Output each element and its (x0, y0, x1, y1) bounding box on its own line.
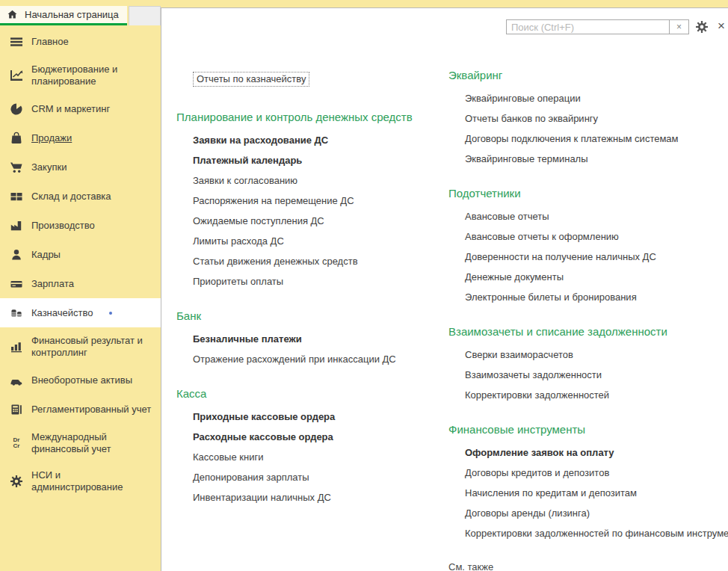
sidebar-item-ifrs[interactable]: DrCr Международный финансовый учет (0, 424, 161, 462)
link-item[interactable]: Лимиты расхода ДС (193, 236, 445, 247)
search-clear-button[interactable]: × (670, 19, 689, 34)
tab-stub[interactable] (129, 6, 161, 25)
link-item[interactable]: Депонирования зарплаты (193, 472, 445, 483)
link-item[interactable]: Ожидаемые поступления ДС (193, 216, 445, 226)
sidebar: Главное Бюджетирование и планирование CR… (0, 27, 161, 571)
drcr-icon: DrCr (9, 436, 24, 451)
link-item[interactable]: Оформление заявок на оплату (465, 448, 728, 458)
payroll-card-icon (9, 277, 24, 291)
link-item[interactable]: Электронные билеты и бронирования (465, 292, 728, 303)
link-item[interactable]: Корректировки задолженностей (465, 390, 728, 401)
link-item[interactable]: Инвентаризации наличных ДС (193, 493, 445, 503)
factory-icon (9, 218, 24, 233)
search-input[interactable] (506, 19, 670, 34)
link-item[interactable]: Взаимозачеты задолженности (465, 370, 728, 380)
link-item[interactable]: Отражение расхождений при инкассации ДС (193, 354, 445, 365)
link-item[interactable]: Доверенности на получение наличных ДС (465, 252, 728, 262)
sidebar-item-payroll[interactable]: Зарплата (0, 269, 161, 298)
sidebar-item-purchases[interactable]: Закупки (0, 152, 161, 182)
tab-home[interactable]: Начальная страница (0, 6, 127, 25)
section-header-accountable-persons[interactable]: Подотчетники (448, 187, 728, 200)
settings-gear-icon[interactable] (695, 20, 709, 34)
link-item[interactable]: Приходные кассовые ордера (193, 412, 445, 422)
sidebar-item-finresult[interactable]: Финансовый результат и контроллинг (0, 327, 161, 365)
link-item[interactable]: Договоры кредитов и депозитов (465, 468, 728, 478)
sidebar-item-hr[interactable]: Кадры (0, 240, 161, 269)
section-header-planning[interactable]: Планирование и контроль денежных средств (176, 111, 445, 123)
sidebar-item-master-data[interactable]: НСИ и администрирование (0, 462, 161, 500)
sidebar-item-budgeting[interactable]: Бюджетирование и планирование (0, 56, 161, 94)
link-item[interactable]: Распоряжения на перемещение ДС (193, 196, 445, 206)
link-item[interactable]: Статьи движения денежных средств (193, 256, 445, 267)
link-item[interactable]: Авансовые отчеты к оформлению (465, 232, 728, 242)
link-item[interactable]: Заявки к согласованию (193, 176, 445, 186)
content-column-right: Эквайринг Эквайринговые операции Отчеты … (448, 69, 728, 571)
gear-icon (9, 474, 24, 489)
car-icon (9, 373, 24, 388)
link-item[interactable]: Эквайринговые операции (465, 93, 728, 104)
sidebar-item-noncurrent-assets[interactable]: Внеоборотные активы (0, 365, 161, 395)
coins-icon (9, 306, 24, 321)
section-header-acquiring[interactable]: Эквайринг (448, 69, 728, 81)
link-item[interactable]: Начисления по кредитам и депозитам (465, 488, 728, 499)
person-icon (9, 247, 24, 262)
tab-home-label: Начальная страница (25, 9, 119, 20)
section-header-offsets[interactable]: Взаимозачеты и списание задолженности (448, 325, 728, 338)
link-item[interactable]: Расходные кассовые ордера (193, 432, 445, 442)
close-icon[interactable]: × (715, 18, 727, 34)
sidebar-item-regulated-accounting[interactable]: Регламентированный учет (0, 395, 161, 424)
content-column-left: Отчеты по казначейству Планирование и ко… (176, 72, 445, 513)
sidebar-item-warehouse[interactable]: Склад и доставка (0, 182, 161, 211)
link-item[interactable]: Заявки на расходование ДС (193, 135, 445, 146)
link-item[interactable]: Договоры подключения к платежным система… (465, 134, 728, 144)
sidebar-item-sales[interactable]: Продажи (0, 123, 161, 152)
home-icon (7, 9, 18, 20)
link-item[interactable]: Безналичные платежи (193, 334, 445, 345)
see-also-link[interactable]: См. также (448, 561, 728, 571)
cart-icon (9, 160, 24, 175)
treasury-reports-link[interactable]: Отчеты по казначейству (193, 72, 309, 87)
link-item[interactable]: Денежные документы (465, 272, 728, 283)
shopping-bag-icon (9, 131, 24, 146)
link-item[interactable]: Отчеты банков по эквайрингу (465, 114, 728, 124)
link-item[interactable]: Приоритеты оплаты (193, 277, 445, 287)
bar-chart-icon (9, 339, 24, 354)
sidebar-item-crm[interactable]: CRM и маркетинг (0, 94, 161, 123)
search-area: × (506, 19, 689, 34)
sidebar-item-treasury[interactable]: Казначейство (0, 298, 161, 327)
planning-chart-icon (9, 68, 24, 83)
warehouse-icon (9, 189, 24, 204)
section-header-financial-instruments[interactable]: Финансовые инструменты (448, 423, 728, 436)
section-header-cash[interactable]: Касса (176, 387, 445, 400)
link-item[interactable]: Сверки взаиморасчетов (465, 350, 728, 360)
section-header-bank[interactable]: Банк (176, 309, 445, 322)
sidebar-item-main[interactable]: Главное (0, 27, 161, 56)
sidebar-item-production[interactable]: Производство (0, 211, 161, 240)
link-item[interactable]: Эквайринговые терминалы (465, 154, 728, 164)
link-item[interactable]: Кассовые книги (193, 452, 445, 463)
link-item[interactable]: Платежный календарь (193, 155, 445, 166)
pie-chart-icon (9, 102, 24, 117)
reports-row: Отчеты по казначейству (176, 72, 445, 87)
menu-icon (9, 34, 24, 49)
treasury-marker-dot (109, 312, 112, 315)
link-item[interactable]: Авансовые отчеты (465, 212, 728, 222)
link-item[interactable]: Договоры аренды (лизинга) (465, 508, 728, 519)
link-item[interactable]: Корректировки задолженностей по финансов… (465, 528, 728, 539)
calculator-icon (9, 402, 24, 417)
